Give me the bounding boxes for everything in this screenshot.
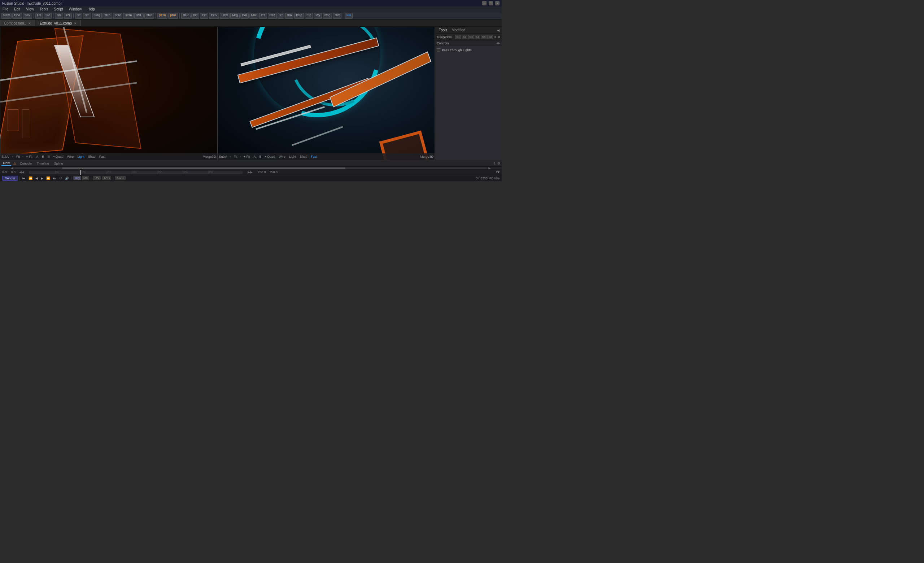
tl-arrow-right[interactable]: ▶▶ xyxy=(248,170,253,174)
vt-quad-right[interactable]: • Quad xyxy=(264,155,276,159)
vt-a-left[interactable]: A xyxy=(35,155,39,159)
tool-bm[interactable]: Bm xyxy=(285,13,294,19)
tool-pem[interactable]: pEm xyxy=(158,13,168,19)
vt-fast-left[interactable]: Fast xyxy=(98,155,107,159)
panel-tab-modified[interactable]: Modified xyxy=(450,28,467,32)
timeline-scroll-thumb[interactable] xyxy=(62,168,345,169)
tool-3mg[interactable]: 3Mg xyxy=(92,13,102,19)
transport-prev[interactable]: ⏪ xyxy=(28,177,33,180)
vt-light-left[interactable]: Light xyxy=(76,155,86,159)
tool-sv[interactable]: SV xyxy=(44,13,52,19)
vt-a-right[interactable]: A xyxy=(252,155,256,159)
panel-tab-tools[interactable]: Tools xyxy=(438,28,448,32)
tool-rct[interactable]: Rct xyxy=(333,13,342,19)
ng-help[interactable]: ? xyxy=(494,162,495,165)
tool-3cm[interactable]: 3Cm xyxy=(123,13,134,19)
transport-skip-start[interactable]: ⏮ xyxy=(22,177,26,180)
tool-ld[interactable]: LD xyxy=(35,13,44,19)
panel-collapse[interactable]: ◀ xyxy=(497,28,500,32)
tool-3rn[interactable]: 3Rn xyxy=(144,13,154,19)
timeline-track[interactable]: | |50 |100 |150 |200 |250 |300 |350 xyxy=(29,171,243,174)
tool-ope[interactable]: Ope xyxy=(12,13,22,19)
tool-new[interactable]: New xyxy=(2,13,12,19)
ng-settings[interactable]: ⚙ xyxy=(497,162,500,165)
vt-fit2-left[interactable]: + Fit xyxy=(25,155,34,159)
tool-mrg[interactable]: Mrg xyxy=(230,13,240,19)
vt-quad-left[interactable]: • Quad xyxy=(52,155,64,159)
proxy-1px[interactable]: 1Px xyxy=(93,176,101,180)
tab-extrude[interactable]: Extrude_v011.comp ✕ xyxy=(36,20,81,26)
transport-play-rev[interactable]: ◀ xyxy=(34,177,39,180)
vt-fit-left[interactable]: Fit xyxy=(15,155,21,159)
slot-s1[interactable]: S1 xyxy=(455,35,461,39)
vt-subv-right[interactable]: SubV xyxy=(218,155,228,159)
tool-bol[interactable]: Bol xyxy=(240,13,249,19)
tool-sav[interactable]: Sav xyxy=(23,13,32,19)
tool-bc[interactable]: BC xyxy=(191,13,200,19)
ng-tab-timeline[interactable]: Timeline xyxy=(35,162,51,165)
vt-b-right[interactable]: B xyxy=(258,155,262,159)
tool-elp[interactable]: Elp xyxy=(304,13,313,19)
close-button[interactable]: ✕ xyxy=(495,1,500,5)
tool-bg[interactable]: BG xyxy=(55,13,63,19)
panel-arrows[interactable]: ◀▶ xyxy=(496,42,500,45)
ng-tab-flow[interactable]: Flow xyxy=(2,161,11,166)
tool-3ov[interactable]: 3Ov xyxy=(113,13,123,19)
tl-arrow-left[interactable]: ◀◀ xyxy=(19,170,24,174)
render-button[interactable]: Render xyxy=(2,176,18,181)
minimize-button[interactable]: — xyxy=(482,1,486,5)
tool-prn[interactable]: pRn xyxy=(168,13,178,19)
vt-subv-left[interactable]: SubV xyxy=(0,155,10,159)
tool-bsp[interactable]: BSp xyxy=(294,13,304,19)
slot-s3[interactable]: S3 xyxy=(468,35,474,39)
transport-skip-end[interactable]: ⏭ xyxy=(52,177,57,180)
tab-extrude-close[interactable]: ✕ xyxy=(74,22,77,25)
viewport-right[interactable]: SubV ▾ Fit • + Fit A B • Quad Wire Light… xyxy=(218,27,435,160)
tool-3sl[interactable]: 3SL xyxy=(134,13,144,19)
menu-tools[interactable]: Tools xyxy=(39,7,49,11)
tool-cc[interactable]: CC xyxy=(200,13,208,19)
quality-hiq[interactable]: HiQ xyxy=(73,176,81,180)
menu-help[interactable]: Help xyxy=(86,7,96,11)
tool-fn2[interactable]: FN xyxy=(345,13,352,19)
slot-s5[interactable]: S5 xyxy=(481,35,486,39)
slot-more[interactable]: ⊠ xyxy=(498,35,500,39)
transport-audio[interactable]: 🔊 xyxy=(64,177,70,180)
vt-iii-left[interactable]: iii xyxy=(46,155,51,159)
vt-shad-left[interactable]: Shad xyxy=(87,155,97,159)
vt-b-left[interactable]: B xyxy=(41,155,45,159)
tab-composition1[interactable]: Composition1 ✕ xyxy=(0,20,35,26)
vt-light-right[interactable]: Light xyxy=(288,155,297,159)
viewport-left[interactable]: SubV ▾ Fit • + Fit A B iii • Quad Wire L… xyxy=(0,27,218,160)
slot-s4[interactable]: S4 xyxy=(475,35,480,39)
pass-through-checkbox[interactable] xyxy=(437,48,440,52)
tool-mat[interactable]: Mat xyxy=(249,13,258,19)
vt-fit2-right[interactable]: + Fit xyxy=(243,155,251,159)
tool-ct[interactable]: CT xyxy=(259,13,267,19)
vt-wire-right[interactable]: Wire xyxy=(278,155,286,159)
tool-rsz[interactable]: Rsz xyxy=(268,13,277,19)
transport-next[interactable]: ⏩ xyxy=(45,177,51,180)
tool-rng[interactable]: Rng xyxy=(322,13,332,19)
tool-ply[interactable]: Ply xyxy=(314,13,322,19)
tool-3m[interactable]: 3m xyxy=(83,13,92,19)
window-controls[interactable]: — □ ✕ xyxy=(482,1,500,5)
tool-xf[interactable]: Xf xyxy=(278,13,284,19)
some-option[interactable]: Some xyxy=(115,176,126,180)
maximize-button[interactable]: □ xyxy=(489,1,493,5)
menu-script[interactable]: Script xyxy=(53,7,64,11)
tab-composition1-close[interactable]: ✕ xyxy=(28,22,31,25)
vt-wire-left[interactable]: Wire xyxy=(66,155,75,159)
proxy-aprx[interactable]: APrx xyxy=(102,176,111,180)
tool-blur[interactable]: Blur xyxy=(181,13,190,19)
ng-tab-console[interactable]: Console xyxy=(18,162,33,165)
menu-window[interactable]: Window xyxy=(68,7,83,11)
slot-s6[interactable]: S6 xyxy=(487,35,493,39)
vt-fit-right[interactable]: Fit xyxy=(233,155,238,159)
menu-view[interactable]: View xyxy=(25,7,35,11)
tool-fn[interactable]: FN xyxy=(64,13,72,19)
menu-edit[interactable]: Edit xyxy=(13,7,21,11)
ng-tab-spline[interactable]: Spline xyxy=(53,162,64,165)
slot-expand[interactable]: ⊞ xyxy=(494,35,496,39)
menu-file[interactable]: File xyxy=(2,7,9,11)
